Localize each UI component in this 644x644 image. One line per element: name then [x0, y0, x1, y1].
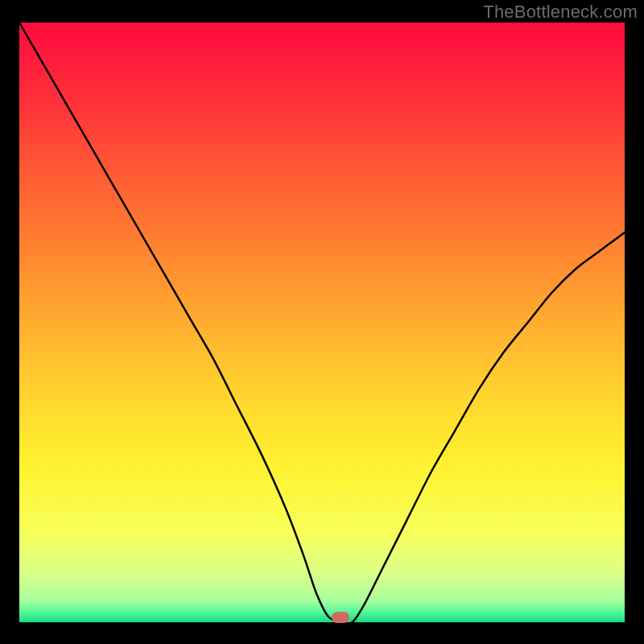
plot-svg	[19, 23, 625, 622]
optimal-point-marker	[332, 612, 349, 623]
plot-area	[19, 23, 625, 622]
chart-frame: TheBottleneck.com	[0, 0, 644, 644]
gradient-background	[19, 23, 625, 622]
attribution-watermark: TheBottleneck.com	[483, 2, 638, 23]
